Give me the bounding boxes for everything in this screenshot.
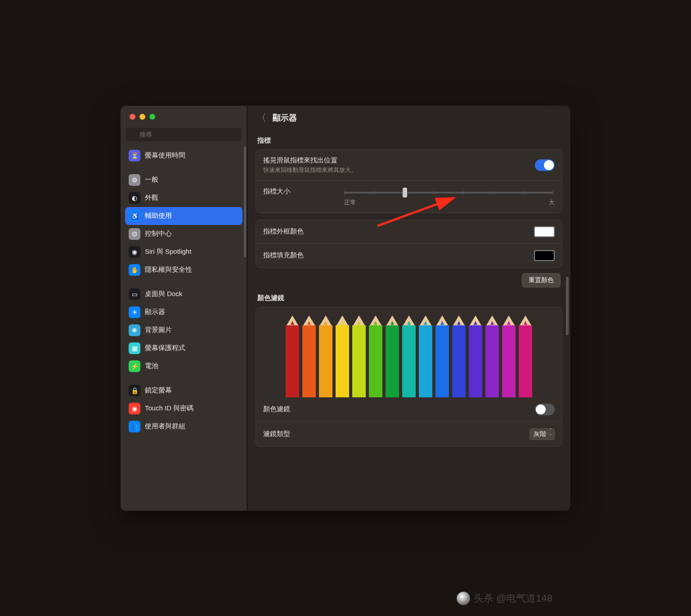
toggle-color-filter[interactable] (535, 404, 555, 415)
pencil (401, 315, 417, 397)
slider-min-label: 正常 (344, 198, 356, 207)
sidebar-item-6[interactable]: ✋隱私權與安全性 (125, 261, 242, 279)
pencil (485, 315, 500, 397)
sidebar-item-label: 一般 (145, 175, 158, 184)
shake-sub: 快速來回移動滑鼠指標來將其放大。 (263, 166, 535, 174)
sidebar-item-label: 外觀 (145, 193, 158, 202)
pencil (451, 315, 467, 397)
pointer-size-slider[interactable] (344, 192, 553, 193)
sidebar-item-label: 螢幕保護程式 (145, 344, 185, 352)
main-content: 〈 顯示器 指標 搖晃滑鼠指標來找出位置 快速來回移動滑鼠指標來將其放大。 指標… (247, 106, 570, 511)
flower-icon: ❋ (129, 324, 140, 336)
header: 〈 顯示器 (247, 106, 570, 130)
fill-color-label: 指標填充顏色 (263, 251, 534, 260)
sidebar-item-11[interactable]: ⚡電池 (125, 357, 242, 375)
sidebar-item-13[interactable]: ◉Touch ID 與密碼 (125, 400, 242, 418)
row-filter-toggle: 顏色濾鏡 (256, 397, 562, 422)
filter-preview (256, 307, 562, 397)
reset-color-button[interactable]: 重置顏色 (522, 273, 561, 288)
sidebar-item-label: Touch ID 與密碼 (145, 404, 193, 413)
sidebar-item-label: 隱私權與安全性 (145, 265, 192, 274)
filter-toggle-label: 顏色濾鏡 (263, 405, 535, 414)
fingerprint-icon: ◉ (129, 403, 140, 414)
hourglass-icon: ⏳ (129, 150, 140, 162)
sidebar-item-1[interactable]: ⚙一般 (125, 171, 242, 189)
watermark-avatar (457, 592, 470, 605)
lock-icon: 🔒 (129, 385, 140, 396)
row-outline-color: 指標外框顏色 (256, 220, 562, 244)
sidebar-item-3[interactable]: ♿輔助使用 (125, 207, 242, 225)
sidebar-item-9[interactable]: ❋背景圖片 (125, 321, 242, 339)
sidebar-item-5[interactable]: ◉Siri 與 Spotlight (125, 243, 242, 261)
gear-icon: ⚙ (129, 174, 140, 186)
slider-max-label: 大 (549, 198, 555, 207)
pencil (351, 315, 367, 397)
pencil (385, 315, 400, 397)
minimize-button[interactable] (139, 114, 145, 120)
row-fill-color: 指標填充顏色 (256, 244, 562, 267)
sidebar-scrollbar[interactable] (244, 147, 246, 257)
pencil (368, 315, 383, 397)
zoom-button[interactable] (149, 114, 155, 120)
shake-title: 搖晃滑鼠指標來找出位置 (263, 156, 535, 165)
window-controls (121, 106, 247, 124)
brightness-icon: ☀ (129, 306, 140, 318)
sidebar-item-label: 顯示器 (145, 308, 165, 316)
watermark-text: 头杀 @电气道148 (474, 592, 552, 605)
sidebar: 🔍 ⏳螢幕使用時間⚙一般◐外觀♿輔助使用⏣控制中心◉Siri 與 Spotlig… (121, 106, 247, 511)
hand-icon: ✋ (129, 264, 140, 276)
sidebar-item-2[interactable]: ◐外觀 (125, 189, 242, 207)
close-button[interactable] (130, 114, 135, 120)
contrast-icon: ◐ (129, 192, 140, 204)
screensaver-icon: ▦ (129, 342, 140, 354)
sidebar-item-8[interactable]: ☀顯示器 (125, 303, 242, 321)
sidebar-item-label: 背景圖片 (145, 326, 172, 334)
pencil (435, 315, 450, 397)
pencil (335, 315, 350, 397)
pointer-size-label: 指標大小 (263, 187, 344, 196)
slider-thumb[interactable] (403, 188, 407, 198)
outline-color-label: 指標外框顏色 (263, 227, 534, 236)
sidebar-item-label: 輔助使用 (145, 211, 172, 220)
switches-icon: ⏣ (129, 228, 140, 240)
accessibility-icon: ♿ (129, 210, 140, 222)
settings-window: 🔍 ⏳螢幕使用時間⚙一般◐外觀♿輔助使用⏣控制中心◉Siri 與 Spotlig… (121, 106, 570, 511)
battery-icon: ⚡ (129, 360, 140, 372)
section-pointer-title: 指標 (257, 136, 561, 145)
sidebar-item-0[interactable]: ⏳螢幕使用時間 (125, 147, 242, 165)
sidebar-item-4[interactable]: ⏣控制中心 (125, 225, 242, 243)
sidebar-item-label: 鎖定螢幕 (145, 386, 172, 395)
sidebar-item-12[interactable]: 🔒鎖定螢幕 (125, 382, 242, 400)
sidebar-item-14[interactable]: 👥使用者與群組 (125, 418, 242, 436)
pencil (318, 315, 333, 397)
sidebar-item-label: 螢幕使用時間 (145, 151, 185, 160)
panel-filter: 顏色濾鏡 濾鏡類型 灰階 (256, 307, 562, 447)
back-button[interactable]: 〈 (256, 111, 266, 125)
dock-icon: ▭ (129, 288, 140, 300)
sidebar-item-label: 使用者與群組 (145, 422, 185, 431)
filter-type-label: 濾鏡類型 (263, 430, 529, 438)
toggle-shake[interactable] (535, 159, 555, 171)
fill-color-well[interactable] (534, 250, 555, 261)
siri-icon: ◉ (129, 246, 140, 258)
users-icon: 👥 (129, 421, 140, 432)
panel-pointer: 搖晃滑鼠指標來找出位置 快速來回移動滑鼠指標來將其放大。 指標大小 (256, 149, 562, 213)
search-input[interactable] (126, 128, 242, 141)
row-shake: 搖晃滑鼠指標來找出位置 快速來回移動滑鼠指標來將其放大。 (256, 150, 562, 181)
panel-colors: 指標外框顏色 指標填充顏色 (256, 220, 562, 268)
row-filter-type: 濾鏡類型 灰階 (256, 422, 562, 446)
content-scrollbar[interactable] (566, 277, 569, 335)
pencil (285, 315, 300, 397)
pencil (418, 315, 433, 397)
sidebar-item-10[interactable]: ▦螢幕保護程式 (125, 339, 242, 357)
filter-type-select[interactable]: 灰階 (529, 428, 555, 440)
sidebar-item-label: 桌面與 Dock (145, 290, 182, 298)
sidebar-item-label: 電池 (145, 362, 158, 370)
section-filter-title: 顏色濾鏡 (257, 294, 561, 302)
outline-color-well[interactable] (534, 226, 555, 237)
watermark: 头杀 @电气道148 (457, 592, 552, 605)
pencil (518, 315, 533, 397)
sidebar-item-7[interactable]: ▭桌面與 Dock (125, 285, 242, 303)
pencil (301, 315, 317, 397)
row-pointer-size: 指標大小 正常 大 (256, 181, 562, 213)
